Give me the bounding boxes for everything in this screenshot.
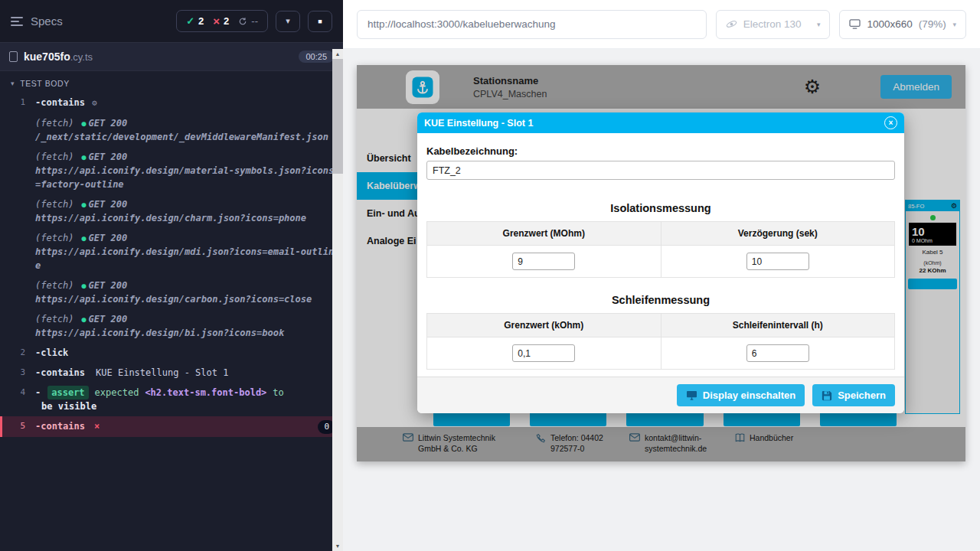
stat-failed: ×2 xyxy=(213,15,229,28)
fetch-url: https://api.iconify.design/bi.json?icons… xyxy=(35,326,335,340)
line-number: 1 xyxy=(0,96,35,109)
electron-icon xyxy=(726,18,737,30)
column-header: Verzögerung (sek) xyxy=(661,222,895,246)
status-dot-icon: ● xyxy=(82,201,87,209)
spec-row[interactable]: kue705fo.cy.ts 00:25 xyxy=(0,43,343,71)
line-number: 4 xyxy=(0,386,35,399)
iso-delay-input[interactable] xyxy=(746,253,809,270)
x-icon: × xyxy=(213,15,220,28)
log-row-assert[interactable]: 4 -assertexpected<h2.text-sm.font-bold>t… xyxy=(0,383,343,416)
stat-passed: ✓2 xyxy=(186,15,204,27)
fetch-status: GET 200 xyxy=(89,152,128,162)
line-number: 5 xyxy=(2,419,35,433)
fetch-status: GET 200 xyxy=(89,199,128,210)
fetch-status: GET 200 xyxy=(89,233,128,243)
fetch-url: https://api.iconify.design/charm.json?ic… xyxy=(35,211,335,225)
command-name: -contains xyxy=(35,366,85,380)
aut-container: Stationsname CPLV4_Maschen ⚙ Abmelden Üb… xyxy=(343,49,980,551)
fetch-url: https://api.iconify.design/mdi.json?icon… xyxy=(35,245,335,272)
fetch-tag: (fetch) xyxy=(35,199,74,210)
fetch-tag: (fetch) xyxy=(35,118,74,129)
modal-body: Kabelbezeichnung: Isolationsmessung Gren… xyxy=(417,133,904,377)
command-arg: KUE Einstellung - Slot 1 xyxy=(96,366,228,380)
aut-toolbar: http://localhost:3000/kabelueberwachung … xyxy=(343,0,980,49)
scroll-down-icon[interactable]: ▼ xyxy=(335,541,341,551)
passed-count: 2 xyxy=(198,15,204,27)
spec-name: kue705fo.cy.ts xyxy=(24,51,93,63)
loop-interval-input[interactable] xyxy=(746,344,809,362)
fetch-tag: (fetch) xyxy=(35,152,74,162)
test-body-header[interactable]: ▾ TEST BODY xyxy=(0,71,343,93)
monitor-icon xyxy=(686,390,697,400)
command-name: -contains xyxy=(35,419,85,433)
assert-to: to xyxy=(273,386,283,399)
modal-title: KUE Einstellung - Slot 1 xyxy=(424,118,533,129)
reporter-scrollbar[interactable]: ▲ ▼ xyxy=(332,49,343,551)
stop-run-button[interactable]: ■ xyxy=(308,11,332,32)
isolation-table: Grenzwert (MOhm) Verzögerung (sek) xyxy=(426,221,895,278)
refresh-icon xyxy=(238,17,247,26)
browser-label: Electron 130 xyxy=(743,18,802,30)
log-row-failed[interactable]: 5 -contains×0 xyxy=(0,416,343,438)
status-dot-icon: ● xyxy=(82,234,87,243)
cable-name-input[interactable] xyxy=(426,161,895,180)
iso-limit-input[interactable] xyxy=(512,253,575,270)
spec-extension: .cy.ts xyxy=(70,51,93,63)
isolation-section-title: Isolationsmessung xyxy=(426,202,895,214)
display-on-button[interactable]: Display einschalten xyxy=(677,384,805,406)
status-dot-icon: ● xyxy=(82,119,87,128)
viewport-select[interactable]: 1000x660 (79%) ▾ xyxy=(839,10,966,39)
failed-count: 2 xyxy=(224,15,229,27)
close-icon[interactable]: × xyxy=(884,116,897,129)
log-row-fetch[interactable]: (fetch)●GET 200https://api.iconify.desig… xyxy=(0,194,343,228)
browser-select[interactable]: Electron 130 ▾ xyxy=(716,10,831,39)
line-number: 3 xyxy=(0,366,35,380)
fetch-status: GET 200 xyxy=(89,314,128,324)
modal-footer: Display einschalten Speichern xyxy=(417,377,904,413)
test-body-label: TEST BODY xyxy=(20,79,70,88)
stop-icon: ■ xyxy=(318,18,322,25)
specs-menu-icon[interactable] xyxy=(11,17,23,26)
log-row-fetch[interactable]: (fetch)●GET 200https://api.iconify.desig… xyxy=(0,147,343,194)
log-row-fetch[interactable]: (fetch)●GET 200https://api.iconify.desig… xyxy=(0,276,343,309)
check-icon: ✓ xyxy=(186,15,194,27)
collapse-button[interactable]: ▾ xyxy=(276,11,300,32)
modal-header: KUE Einstellung - Slot 1 × xyxy=(417,112,904,133)
status-dot-icon: ● xyxy=(82,282,87,290)
fetch-status: GET 200 xyxy=(89,118,128,129)
fetch-url: https://api.iconify.design/material-symb… xyxy=(35,164,335,191)
log-row[interactable]: 3 -containsKUE Einstellung - Slot 1 xyxy=(0,363,343,383)
assert-rest: be visible xyxy=(41,399,96,413)
log-row[interactable]: 1 -contains⚙ xyxy=(0,93,343,113)
chevron-down-icon: ▾ xyxy=(952,21,956,28)
loop-limit-input[interactable] xyxy=(512,344,575,362)
log-row[interactable]: 2 -click xyxy=(0,343,343,363)
gear-icon[interactable]: ⚙ xyxy=(92,97,97,110)
cypress-reporter: Specs ✓2 ×2 -- ▾ ■ kue705fo.cy.ts 00:25 … xyxy=(0,0,343,551)
app-under-test: Stationsname CPLV4_Maschen ⚙ Abmelden Üb… xyxy=(357,65,965,461)
scroll-up-icon[interactable]: ▲ xyxy=(335,49,341,59)
save-icon xyxy=(822,390,832,401)
log-row-fetch[interactable]: (fetch)●GET 200https://api.iconify.desig… xyxy=(0,309,343,343)
chevron-down-icon: ▾ xyxy=(11,80,15,87)
log-row-fetch[interactable]: (fetch)●GET 200https://api.iconify.desig… xyxy=(0,228,343,276)
pending-count: -- xyxy=(251,15,258,27)
chevron-down-icon: ▾ xyxy=(286,16,290,26)
command-name: -click xyxy=(35,346,68,360)
url-input[interactable]: http://localhost:3000/kabelueberwachung xyxy=(357,10,707,39)
command-dash: - xyxy=(35,386,41,399)
log-row-fetch[interactable]: (fetch)●GET 200/_next/static/development… xyxy=(0,113,343,147)
save-button[interactable]: Speichern xyxy=(812,384,895,406)
status-dot-icon: ● xyxy=(82,153,87,161)
fetch-tag: (fetch) xyxy=(35,233,74,243)
spec-duration-badge: 00:25 xyxy=(299,51,334,63)
cable-name-label: Kabelbezeichnung: xyxy=(426,145,895,157)
scrollbar-thumb[interactable] xyxy=(332,59,343,174)
specs-label[interactable]: Specs xyxy=(31,15,63,28)
status-dot-icon: ● xyxy=(82,315,87,324)
fetch-url: https://api.iconify.design/carbon.json?i… xyxy=(35,292,335,306)
viewport-zoom: (79%) xyxy=(919,18,946,30)
line-number: 2 xyxy=(0,346,35,360)
test-stats: ✓2 ×2 -- xyxy=(176,10,268,32)
fetch-tag: (fetch) xyxy=(35,280,74,291)
